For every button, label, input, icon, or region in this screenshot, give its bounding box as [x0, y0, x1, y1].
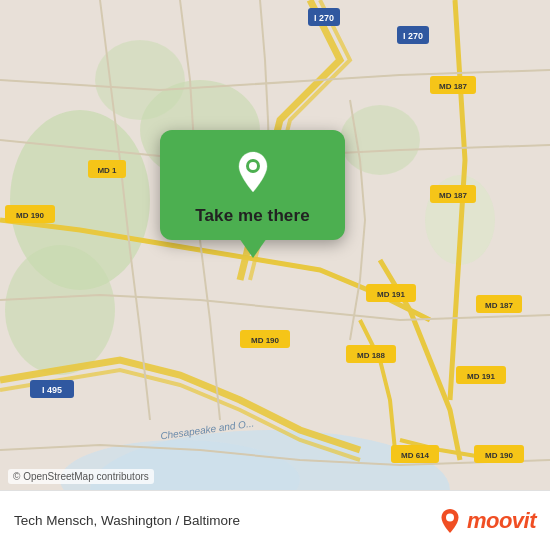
- svg-text:MD 187: MD 187: [439, 82, 468, 91]
- svg-text:MD 191: MD 191: [467, 372, 496, 381]
- svg-text:MD 187: MD 187: [439, 191, 468, 200]
- bottom-bar: Tech Mensch, Washington / Baltimore moov…: [0, 490, 550, 550]
- svg-text:I 270: I 270: [314, 13, 334, 23]
- svg-text:MD 190: MD 190: [485, 451, 514, 460]
- location-pin-icon: [229, 148, 277, 196]
- svg-point-39: [446, 513, 454, 521]
- take-me-there-popup[interactable]: Take me there: [160, 130, 345, 240]
- map-container: I 270 I 270 MD 1 MD 187 MD 187 MD 187 MD…: [0, 0, 550, 490]
- svg-text:MD 614: MD 614: [401, 451, 430, 460]
- osm-credit: © OpenStreetMap contributors: [8, 469, 154, 484]
- svg-text:MD 191: MD 191: [377, 290, 406, 299]
- svg-text:MD 190: MD 190: [16, 211, 45, 220]
- app-title: Tech Mensch, Washington / Baltimore: [14, 513, 436, 528]
- svg-text:I 270: I 270: [403, 31, 423, 41]
- moovit-brand-text: moovit: [467, 508, 536, 534]
- svg-point-38: [249, 162, 257, 170]
- svg-text:MD 188: MD 188: [357, 351, 386, 360]
- svg-text:MD 1: MD 1: [97, 166, 117, 175]
- svg-text:I 495: I 495: [42, 385, 62, 395]
- moovit-pin-icon: [436, 507, 464, 535]
- take-me-there-label: Take me there: [195, 206, 309, 226]
- svg-point-2: [5, 245, 115, 375]
- svg-text:MD 190: MD 190: [251, 336, 280, 345]
- moovit-logo: moovit: [436, 507, 536, 535]
- svg-point-4: [95, 40, 185, 120]
- svg-text:MD 187: MD 187: [485, 301, 514, 310]
